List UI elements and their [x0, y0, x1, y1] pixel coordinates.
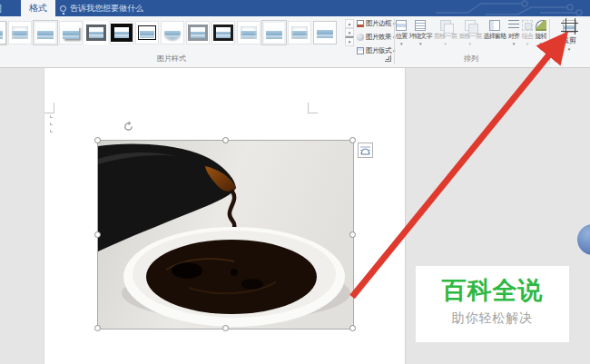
picture-style-metal-frame[interactable]: [84, 21, 108, 44]
picture-style-simple-frame-white-partial[interactable]: [0, 21, 6, 44]
watermark-subtitle: 助你轻松解决: [416, 310, 569, 327]
picture-style-compound-gray-frame[interactable]: [186, 21, 210, 44]
picture-style-center-shadow-rectangle[interactable]: [237, 21, 261, 44]
arrange-rotate-button[interactable]: 旋转▾: [536, 20, 546, 53]
layout-options-button[interactable]: [358, 143, 373, 158]
arrange-item-label: 选择窗格: [484, 32, 506, 41]
arrange-item-label: 组合: [522, 32, 533, 41]
chevron-down-icon: ▾: [539, 42, 542, 45]
picture-effects-button[interactable]: 图片效果 ▾: [357, 33, 397, 42]
landscape-preview-icon: [63, 26, 79, 39]
picture-style-soft-edge-rectangle[interactable]: [8, 21, 32, 44]
landscape-preview-icon: [291, 26, 308, 39]
landscape-preview-icon: [111, 24, 133, 42]
selection-pane-icon: [489, 20, 500, 31]
arrange-selection-pane-button[interactable]: 选择窗格: [484, 20, 506, 53]
arrange-item-label: 对齐: [508, 32, 519, 41]
landscape-preview-icon: [188, 25, 208, 41]
arrange-item-label: 环绕文字: [409, 32, 432, 41]
picture-border-button[interactable]: 图片边框 ▾: [357, 19, 397, 28]
picture-style-relaxed-rectangle[interactable]: [288, 21, 311, 44]
arrange-send-backward-button: 后移一层▾: [458, 20, 481, 53]
gallery-scroll-up-icon[interactable]: ▴: [345, 19, 354, 28]
picture-style-snapshot-card[interactable]: [313, 21, 337, 44]
ribbon: ▴ ▾ ▾ 图片边框 ▾ 图片效果 ▾ 图片版式 ▾ 图片样式 位置▾: [0, 16, 590, 68]
arrange-bring-forward-button: 前移一层▾: [434, 20, 457, 53]
gallery-scroll-down-icon[interactable]: ▾: [345, 28, 354, 37]
resize-handle-top-right[interactable]: [349, 137, 356, 143]
tell-me-label: 告诉我您想要做什么: [70, 3, 143, 15]
chevron-down-icon: ▾: [419, 42, 422, 45]
landscape-preview-icon: [241, 26, 257, 39]
arrange-position-button[interactable]: 位置▾: [396, 20, 407, 53]
landscape-preview-icon: [12, 26, 28, 39]
tab-view-partial[interactable]: 图: [0, 3, 9, 15]
word-window: 图 格式 告诉我您想要做什么 ▴ ▾ ▾ 图: [0, 0, 590, 364]
picture-styles-gallery: [0, 19, 343, 46]
align-icon: [508, 20, 519, 31]
lightbulb-icon: [60, 5, 66, 12]
resize-handle-top-left[interactable]: [94, 137, 101, 143]
crop-label: 裁剪: [562, 35, 576, 45]
picture-style-thick-black-frame[interactable]: [110, 21, 133, 44]
titlebar-circuit-decoration: [431, 0, 590, 16]
wrap-text-icon: [415, 20, 426, 31]
send-backward-icon: [465, 20, 476, 31]
picture-style-beveled-rectangle[interactable]: [262, 21, 286, 44]
resize-handle-bottom-right[interactable]: [349, 325, 356, 331]
arrange-item-label: 旋转: [536, 32, 546, 41]
arrange-group: 位置▾环绕文字▾前移一层▾后移一层▾选择窗格对齐▾组合▾旋转▾: [396, 20, 546, 53]
arrange-align-button[interactable]: 对齐▾: [508, 20, 519, 53]
picture-style-drop-shadow-rectangle[interactable]: [59, 21, 83, 44]
landscape-preview-icon: [213, 25, 233, 41]
arrange-group-label: 排列: [396, 54, 546, 64]
group-icon: [522, 20, 533, 31]
picture-styles-group-label: 图片样式: [0, 54, 343, 64]
dialog-launcher-icon[interactable]: [385, 55, 391, 62]
chevron-down-icon: ▾: [513, 42, 516, 45]
landscape-preview-icon: [0, 26, 3, 39]
chevron-down-icon: ▾: [526, 42, 529, 45]
bring-forward-icon: [440, 20, 451, 31]
picture-layout-icon: [357, 47, 364, 54]
floating-blue-ball[interactable]: [577, 224, 590, 255]
picture-style-buttons: 图片边框 ▾ 图片效果 ▾ 图片版式 ▾: [357, 19, 397, 55]
chevron-down-icon: ▾: [468, 42, 471, 45]
paragraph-marks: [50, 115, 53, 133]
resize-handle-top[interactable]: [222, 137, 229, 143]
tell-me-box[interactable]: 告诉我您想要做什么: [60, 0, 143, 16]
picture-style-moderate-black-frame[interactable]: [211, 21, 235, 44]
landscape-preview-icon: [317, 25, 333, 38]
selected-picture[interactable]: [98, 141, 353, 329]
group-divider: [549, 19, 550, 64]
gallery-scrollbar: ▴ ▾ ▾: [345, 19, 354, 46]
crop-button[interactable]: 裁剪 ▾: [553, 20, 585, 58]
selection-border: [97, 140, 354, 330]
rotate-icon: [536, 20, 546, 31]
landscape-preview-icon: [266, 26, 282, 39]
picture-style-simple-black-frame[interactable]: [135, 21, 159, 44]
margin-corner-mark: [308, 103, 318, 113]
watermark-card: 百科全说 助你轻松解决: [416, 266, 569, 342]
position-icon: [396, 20, 407, 31]
gallery-more-icon[interactable]: ▾: [345, 36, 354, 46]
resize-handle-left[interactable]: [94, 231, 101, 238]
landscape-preview-icon: [86, 25, 106, 41]
picture-layout-button[interactable]: 图片版式 ▾: [357, 46, 397, 55]
arrange-wrap-text-button[interactable]: 环绕文字▾: [409, 20, 432, 53]
resize-handle-bottom-left[interactable]: [94, 325, 101, 331]
chevron-down-icon: ▾: [568, 46, 571, 52]
title-tab-bar: 图 格式 告诉我您想要做什么: [0, 0, 590, 16]
picture-style-beveled-matte[interactable]: [34, 21, 57, 44]
picture-style-soft-edge-oval[interactable]: [161, 21, 184, 44]
arrange-item-label: 位置: [396, 32, 407, 41]
resize-handle-bottom[interactable]: [222, 325, 229, 331]
arrange-group-button: 组合▾: [522, 20, 533, 53]
document-canvas: 百科全说 助你轻松解决: [0, 68, 590, 364]
tab-format[interactable]: 格式: [21, 0, 55, 16]
watermark-title: 百科全说: [416, 274, 569, 307]
layout-options-icon: [359, 144, 371, 156]
resize-handle-right[interactable]: [349, 231, 356, 238]
rotate-handle-icon[interactable]: [123, 121, 134, 133]
picture-border-icon: [357, 20, 364, 27]
